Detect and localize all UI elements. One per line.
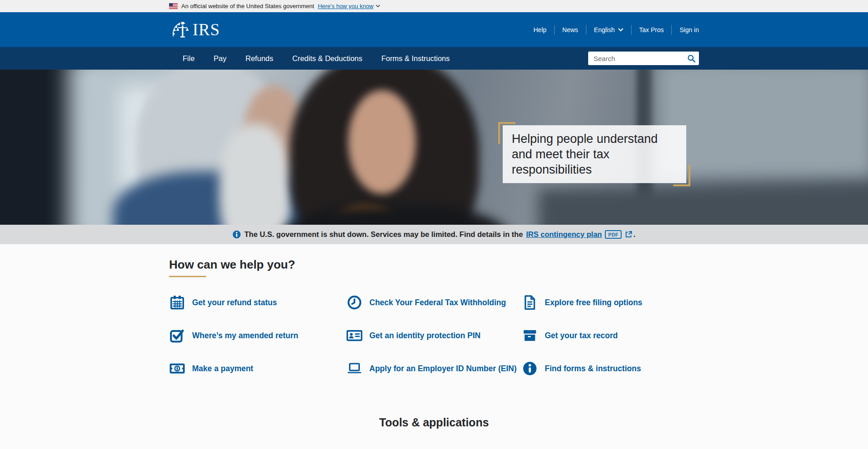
nav-item-credits-deductions[interactable]: Credits & Deductions: [283, 47, 372, 70]
hero-caption-text: Helping people understand and meet their…: [512, 132, 658, 176]
help-link-label: Get your tax record: [545, 331, 618, 340]
help-links-grid: Get your refund status Check Your Federa…: [169, 294, 699, 377]
news-link[interactable]: News: [554, 25, 586, 35]
search-input[interactable]: [588, 52, 699, 65]
help-section: How can we help you? Get your refund sta…: [0, 244, 868, 449]
gold-underline: [169, 276, 206, 277]
tax-withholding-link[interactable]: Check Your Federal Tax Withholding: [346, 294, 522, 311]
pdf-badge: PDF: [605, 230, 622, 239]
apply-ein-link[interactable]: Apply for an Employer ID Number (EIN): [346, 360, 522, 377]
hero-banner: Helping people understand and meet their…: [0, 70, 868, 225]
info-circle-icon: [522, 360, 538, 377]
nav-item-pay[interactable]: Pay: [204, 47, 236, 70]
language-selector[interactable]: English: [586, 25, 631, 35]
info-icon: [232, 230, 241, 239]
make-payment-link[interactable]: Make a payment: [169, 360, 346, 377]
hero-caption: Helping people understand and meet their…: [503, 125, 686, 183]
search-button[interactable]: [685, 53, 698, 64]
tax-record-link[interactable]: Get your tax record: [522, 327, 699, 344]
clock-icon: [346, 294, 363, 311]
heres-how-you-know-link[interactable]: Here's how you know: [318, 3, 380, 9]
refund-status-link[interactable]: Get your refund status: [169, 294, 346, 311]
document-icon: [522, 294, 538, 311]
search-box: [588, 52, 699, 65]
help-link-label: Make a payment: [192, 364, 253, 373]
search-icon: [687, 54, 696, 63]
sign-in-link[interactable]: Sign in: [671, 25, 699, 35]
hero-photo: [0, 70, 868, 225]
help-link-label: Where’s my amended return: [192, 331, 298, 340]
forms-instructions-link[interactable]: Find forms & instructions: [522, 360, 699, 377]
alert-text: The U.S. government is shut down. Servic…: [244, 230, 523, 239]
nav-item-forms-instructions[interactable]: Forms & Instructions: [372, 47, 459, 70]
identity-pin-link[interactable]: Get an identity protection PIN: [346, 327, 522, 344]
site-header: IRS Help News English Tax Pros Sign in: [0, 12, 868, 47]
us-flag-icon: [169, 3, 178, 9]
chevron-down-icon: [376, 5, 380, 8]
help-heading: How can we help you?: [169, 258, 699, 271]
irs-contingency-plan-link[interactable]: IRS contingency plan: [526, 230, 602, 239]
alert-period: .: [633, 230, 636, 239]
nav-item-refunds[interactable]: Refunds: [236, 47, 283, 70]
gov-banner-text: An official website of the United States…: [181, 3, 314, 9]
irs-logo-text: IRS: [193, 20, 220, 39]
money-bill-icon: [169, 360, 185, 377]
help-link-label: Get your refund status: [192, 298, 277, 307]
alert-bar: The U.S. government is shut down. Servic…: [0, 225, 868, 244]
gov-banner: An official website of the United States…: [0, 0, 868, 12]
utility-nav: Help News English Tax Pros Sign in: [526, 25, 699, 35]
id-card-icon: [346, 327, 363, 344]
help-link[interactable]: Help: [526, 25, 554, 35]
checkbox-icon: [169, 327, 185, 344]
help-link-label: Explore free filing options: [545, 298, 642, 307]
help-link-label: Check Your Federal Tax Withholding: [369, 298, 506, 307]
chevron-down-icon: [618, 28, 623, 32]
archive-box-icon: [522, 327, 538, 344]
help-link-label: Find forms & instructions: [545, 364, 641, 373]
irs-homepage: An official website of the United States…: [0, 0, 868, 449]
help-link-label: Apply for an Employer ID Number (EIN): [369, 364, 517, 373]
external-link-icon[interactable]: [625, 231, 632, 238]
irs-logo[interactable]: IRS: [169, 20, 220, 40]
main-nav: File Pay Refunds Credits & Deductions Fo…: [0, 47, 868, 70]
nav-item-file[interactable]: File: [169, 47, 204, 70]
irs-eagle-emblem-icon: [169, 20, 190, 40]
laptop-icon: [346, 360, 363, 377]
tools-heading: Tools & applications: [169, 416, 699, 429]
help-link-label: Get an identity protection PIN: [369, 331, 481, 340]
tax-pros-link[interactable]: Tax Pros: [631, 25, 671, 35]
free-filing-link[interactable]: Explore free filing options: [522, 294, 699, 311]
calendar-icon: [169, 294, 185, 311]
amended-return-link[interactable]: Where’s my amended return: [169, 327, 346, 344]
